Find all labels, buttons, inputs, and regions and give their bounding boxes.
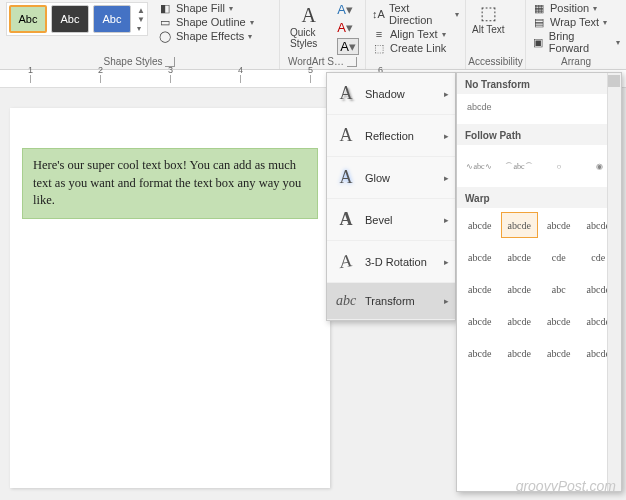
chevron-down-icon: ▾ — [229, 4, 233, 13]
shape-style-gallery[interactable]: Abc Abc Abc ▲ ▼ ▾ — [6, 2, 148, 36]
menu-shadow[interactable]: AShadow▸ — [327, 73, 455, 115]
warp-option[interactable]: abcde — [540, 308, 578, 334]
warp-option[interactable]: abcde — [501, 340, 539, 366]
follow-path-option[interactable]: ∿abc∿ — [461, 151, 497, 181]
bring-forward-icon: ▣ — [532, 36, 545, 48]
transform-icon: abc — [335, 293, 357, 309]
chevron-down-icon: ▾ — [250, 18, 254, 27]
warp-option[interactable]: abcde — [501, 212, 539, 238]
group-text: ↕AText Direction▾ ≡Align Text▾ ⬚Create L… — [366, 0, 466, 69]
group-arrange: ▦Position▾ ▤Wrap Text▾ ▣Bring Forward▾ A… — [526, 0, 626, 69]
bring-forward-label: Bring Forward — [549, 30, 612, 54]
gallery-more-icon[interactable]: ▾ — [137, 24, 145, 33]
alt-text-button[interactable]: ⬚ Alt Text — [472, 2, 505, 35]
ruler-tick: 2 — [98, 65, 103, 75]
chevron-right-icon: ▸ — [444, 257, 449, 267]
warp-option[interactable]: cde — [540, 244, 578, 270]
warp-option[interactable]: abcde — [501, 244, 539, 270]
chevron-right-icon: ▸ — [444, 131, 449, 141]
ruler-tick: 3 — [168, 65, 173, 75]
menu-bevel[interactable]: ABevel▸ — [327, 199, 455, 241]
warp-option[interactable]: abcde — [501, 308, 539, 334]
quick-styles-icon: A — [301, 4, 315, 27]
menu-transform[interactable]: abcTransform▸ — [327, 283, 455, 320]
wrap-text-label: Wrap Text — [550, 16, 599, 28]
watermark: groovyPost.com — [516, 478, 616, 494]
warp-option[interactable]: abcde — [540, 212, 578, 238]
text-direction-button[interactable]: ↕AText Direction▾ — [372, 2, 459, 26]
section-warp: Warp — [457, 187, 621, 208]
alt-text-icon: ⬚ — [480, 2, 497, 24]
menu-reflection[interactable]: AReflection▸ — [327, 115, 455, 157]
warp-option[interactable]: abcde — [461, 212, 499, 238]
warp-option[interactable]: abcde — [461, 340, 499, 366]
group-wordart: A Quick Styles A▾ A▾ A▾ WordArt S… — [280, 0, 366, 69]
shape-fill-label: Shape Fill — [176, 2, 225, 14]
menu-label: Bevel — [365, 214, 393, 226]
warp-option[interactable]: abc — [540, 276, 578, 302]
create-link-button[interactable]: ⬚Create Link — [372, 42, 459, 54]
menu-glow[interactable]: AGlow▸ — [327, 157, 455, 199]
warp-option[interactable]: abcde — [540, 340, 578, 366]
text-outline-button[interactable]: A▾ — [337, 20, 359, 35]
follow-path-option[interactable]: ⌒abc⌒ — [501, 151, 537, 181]
menu-label: 3-D Rotation — [365, 256, 427, 268]
gallery-down-icon[interactable]: ▼ — [137, 15, 145, 24]
group-label-arrange: Arrang — [561, 56, 591, 67]
ribbon: Abc Abc Abc ▲ ▼ ▾ ◧Shape Fill▾ ▭Shape Ou… — [0, 0, 626, 70]
style-thumb-1[interactable]: Abc — [9, 5, 47, 33]
ruler-tick: 5 — [308, 65, 313, 75]
chevron-right-icon: ▸ — [444, 296, 449, 306]
follow-path-option[interactable]: ○ — [541, 151, 577, 181]
shadow-icon: A — [335, 83, 357, 104]
align-text-label: Align Text — [390, 28, 438, 40]
position-label: Position — [550, 2, 589, 14]
shape-fill-button[interactable]: ◧Shape Fill▾ — [158, 2, 254, 14]
create-link-label: Create Link — [390, 42, 446, 54]
shape-outline-button[interactable]: ▭Shape Outline▾ — [158, 16, 254, 28]
shape-outline-label: Shape Outline — [176, 16, 246, 28]
text-fill-button[interactable]: A▾ — [337, 2, 359, 17]
dialog-launcher-icon[interactable] — [347, 57, 357, 67]
menu-label: Glow — [365, 172, 390, 184]
menu-label: Reflection — [365, 130, 414, 142]
chevron-right-icon: ▸ — [444, 173, 449, 183]
text-box[interactable]: Here's our super cool text box! You can … — [22, 148, 318, 219]
text-direction-label: Text Direction — [389, 2, 451, 26]
warp-option[interactable]: abcde — [461, 308, 499, 334]
gallery-spinner[interactable]: ▲ ▼ ▾ — [137, 6, 145, 33]
group-shape-styles: Abc Abc Abc ▲ ▼ ▾ ◧Shape Fill▾ ▭Shape Ou… — [0, 0, 280, 69]
page[interactable]: Here's our super cool text box! You can … — [10, 108, 330, 488]
wrap-text-button[interactable]: ▤Wrap Text▾ — [532, 16, 620, 28]
quick-styles-button[interactable]: A Quick Styles — [286, 2, 331, 51]
fill-icon: ◧ — [158, 2, 172, 14]
menu-3d-rotation[interactable]: A3-D Rotation▸ — [327, 241, 455, 283]
style-thumb-2[interactable]: Abc — [51, 5, 89, 33]
text-effects-button[interactable]: A▾ — [337, 38, 359, 55]
position-icon: ▦ — [532, 2, 546, 14]
quick-styles-label: Quick Styles — [290, 27, 327, 49]
bring-forward-button[interactable]: ▣Bring Forward▾ — [532, 30, 620, 54]
no-transform-option[interactable]: abcde — [463, 98, 615, 116]
align-text-button[interactable]: ≡Align Text▾ — [372, 28, 459, 40]
position-button[interactable]: ▦Position▾ — [532, 2, 620, 14]
scrollbar-thumb[interactable] — [608, 75, 620, 87]
submenu-scrollbar[interactable] — [607, 73, 621, 491]
chevron-right-icon: ▸ — [444, 215, 449, 225]
shape-effects-button[interactable]: ◯Shape Effects▾ — [158, 30, 254, 42]
warp-option[interactable]: abcde — [501, 276, 539, 302]
group-label-shape-styles: Shape Styles — [104, 56, 163, 67]
chevron-down-icon: ▾ — [248, 32, 252, 41]
ruler-tick: 4 — [238, 65, 243, 75]
warp-grid: abcde abcde abcde abcde abcde abcde cde … — [457, 208, 621, 370]
outline-icon: ▭ — [158, 16, 172, 28]
text-direction-icon: ↕A — [372, 8, 385, 20]
shape-effects-label: Shape Effects — [176, 30, 244, 42]
style-thumb-3[interactable]: Abc — [93, 5, 131, 33]
gallery-up-icon[interactable]: ▲ — [137, 6, 145, 15]
warp-option[interactable]: abcde — [461, 276, 499, 302]
glow-icon: A — [335, 167, 357, 188]
group-label-accessibility: Accessibility — [468, 56, 522, 67]
align-text-icon: ≡ — [372, 28, 386, 40]
warp-option[interactable]: abcde — [461, 244, 499, 270]
